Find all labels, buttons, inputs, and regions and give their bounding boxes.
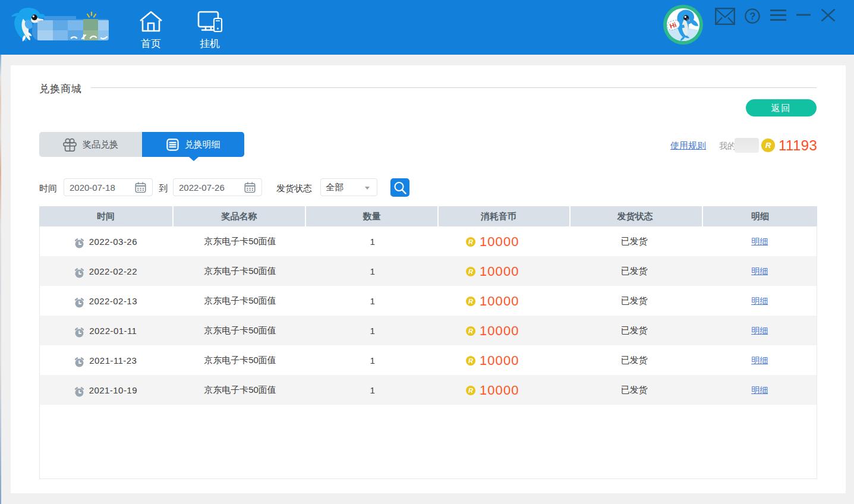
svg-text:?: ?	[749, 11, 755, 22]
